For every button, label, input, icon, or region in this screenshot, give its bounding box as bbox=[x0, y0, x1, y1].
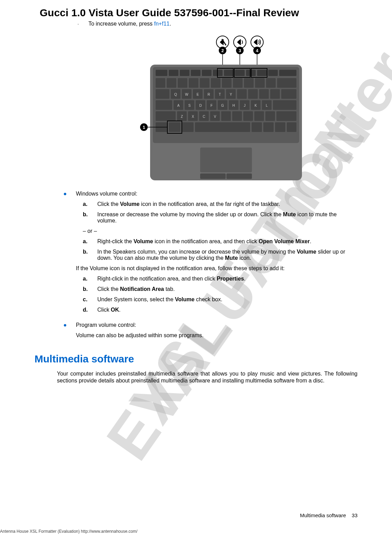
svg-text:3: 3 bbox=[238, 48, 241, 53]
svg-text:F: F bbox=[210, 104, 213, 107]
svg-text:E: E bbox=[197, 93, 199, 96]
svg-rect-37 bbox=[233, 78, 243, 88]
svg-rect-30 bbox=[156, 78, 165, 88]
svg-rect-34 bbox=[200, 78, 209, 88]
svg-text:H: H bbox=[232, 104, 235, 107]
svg-text:W: W bbox=[185, 93, 188, 96]
svg-rect-98 bbox=[195, 122, 250, 132]
step-3b: b. Click the Notification Area tab. bbox=[83, 286, 357, 292]
svg-rect-31 bbox=[167, 78, 176, 88]
fn-key-link: fn+f11 bbox=[154, 21, 170, 27]
svg-rect-21 bbox=[224, 70, 234, 76]
svg-rect-17 bbox=[180, 70, 189, 76]
svg-rect-90 bbox=[276, 111, 296, 121]
svg-text:K: K bbox=[255, 104, 257, 107]
svg-rect-16 bbox=[169, 70, 178, 76]
svg-rect-60 bbox=[156, 100, 172, 110]
svg-rect-49 bbox=[237, 89, 247, 99]
svg-rect-51 bbox=[259, 89, 269, 99]
step-1a: a. Click the Volume icon in the notifica… bbox=[83, 201, 357, 207]
svg-text:J: J bbox=[244, 104, 246, 107]
svg-rect-25 bbox=[268, 70, 278, 76]
step-3a: a. Right-click in the notification area,… bbox=[83, 276, 357, 282]
svg-rect-33 bbox=[189, 78, 198, 88]
step-1b: b. Increase or decrease the volume by mo… bbox=[83, 211, 357, 224]
bullet-icon bbox=[64, 324, 66, 326]
svg-text:Y: Y bbox=[230, 93, 232, 96]
svg-rect-70 bbox=[273, 100, 296, 110]
svg-rect-38 bbox=[244, 78, 254, 88]
footer-evaluation: Antenna House XSL Formatter (Evaluation)… bbox=[0, 529, 137, 534]
svg-rect-32 bbox=[178, 78, 187, 88]
svg-rect-15 bbox=[156, 70, 167, 76]
svg-rect-42 bbox=[156, 89, 169, 99]
svg-text:V: V bbox=[214, 115, 216, 119]
windows-volume-bullet: Windows volume control: a. Click the Vol… bbox=[64, 191, 357, 317]
svg-rect-101 bbox=[275, 122, 285, 132]
program-volume-bullet: Program volume control: Volume can also … bbox=[64, 322, 357, 343]
svg-rect-88 bbox=[254, 111, 264, 121]
step-3d: d. Click OK. bbox=[83, 307, 357, 313]
svg-rect-86 bbox=[232, 111, 242, 121]
svg-rect-89 bbox=[265, 111, 275, 121]
svg-text:X: X bbox=[192, 115, 194, 119]
svg-rect-52 bbox=[270, 89, 280, 99]
svg-rect-85 bbox=[221, 111, 231, 121]
svg-rect-40 bbox=[266, 78, 276, 88]
svg-text:Q: Q bbox=[174, 93, 177, 96]
svg-text:2: 2 bbox=[221, 48, 224, 53]
svg-rect-102 bbox=[287, 122, 296, 132]
svg-rect-36 bbox=[222, 78, 232, 88]
svg-rect-35 bbox=[211, 78, 220, 88]
svg-text:Z: Z bbox=[181, 115, 183, 119]
svg-rect-87 bbox=[243, 111, 253, 121]
or-divider: – or – bbox=[83, 228, 357, 234]
section-heading-multimedia: Multimedia software bbox=[35, 353, 357, 365]
step-3c: c. Under System icons, select the Volume… bbox=[83, 296, 357, 303]
svg-text:R: R bbox=[207, 93, 210, 96]
step-2a: a. Right-click the Volume icon in the no… bbox=[83, 238, 357, 245]
step-2b: b. In the Speakers column, you can incre… bbox=[83, 249, 357, 261]
svg-rect-97 bbox=[182, 122, 194, 132]
not-displayed-text: If the Volume icon is not displayed in t… bbox=[76, 265, 357, 272]
windows-volume-header: Windows volume control: bbox=[76, 191, 357, 197]
svg-text:1: 1 bbox=[143, 125, 145, 130]
svg-text:A: A bbox=[177, 104, 180, 107]
svg-rect-41 bbox=[277, 78, 296, 88]
svg-text:S: S bbox=[188, 104, 191, 107]
svg-rect-24 bbox=[257, 70, 267, 76]
volume-increase-item: ◦ To increase volume, press fn+f11. bbox=[78, 21, 357, 27]
svg-rect-108 bbox=[200, 173, 226, 179]
svg-text:4: 4 bbox=[256, 48, 258, 53]
keyboard-figure: 2 3 4 bbox=[133, 32, 357, 184]
svg-rect-99 bbox=[252, 122, 262, 132]
svg-rect-100 bbox=[263, 122, 274, 132]
svg-rect-19 bbox=[202, 70, 212, 76]
svg-rect-22 bbox=[235, 70, 245, 76]
svg-text:D: D bbox=[199, 104, 202, 107]
sub-bullet-icon: ◦ bbox=[78, 22, 79, 26]
svg-rect-80 bbox=[156, 111, 176, 121]
svg-rect-39 bbox=[255, 78, 265, 88]
svg-rect-107 bbox=[200, 148, 252, 172]
keyboard-illustration: 2 3 4 bbox=[133, 32, 305, 184]
volume-increase-text: To increase volume, press fn+f11. bbox=[88, 21, 171, 27]
svg-rect-53 bbox=[281, 89, 296, 99]
page-title: Gucci 1.0 Vista User Guide 537596-001--F… bbox=[40, 7, 357, 19]
svg-rect-18 bbox=[191, 70, 200, 76]
svg-text:T: T bbox=[219, 93, 221, 96]
svg-text:G: G bbox=[221, 104, 224, 107]
program-volume-header: Program volume control: bbox=[76, 322, 357, 328]
svg-rect-26 bbox=[279, 70, 296, 76]
svg-text:L: L bbox=[266, 104, 268, 107]
svg-rect-109 bbox=[226, 173, 252, 179]
svg-rect-96 bbox=[169, 122, 180, 132]
bullet-icon bbox=[64, 193, 66, 195]
section-body-multimedia: Your computer includes preinstalled mult… bbox=[57, 370, 357, 384]
footer-right: Multimedia software 33 bbox=[300, 512, 357, 518]
program-volume-text: Volume can also be adjusted within some … bbox=[76, 332, 357, 339]
svg-rect-50 bbox=[248, 89, 258, 99]
svg-text:C: C bbox=[203, 115, 205, 119]
